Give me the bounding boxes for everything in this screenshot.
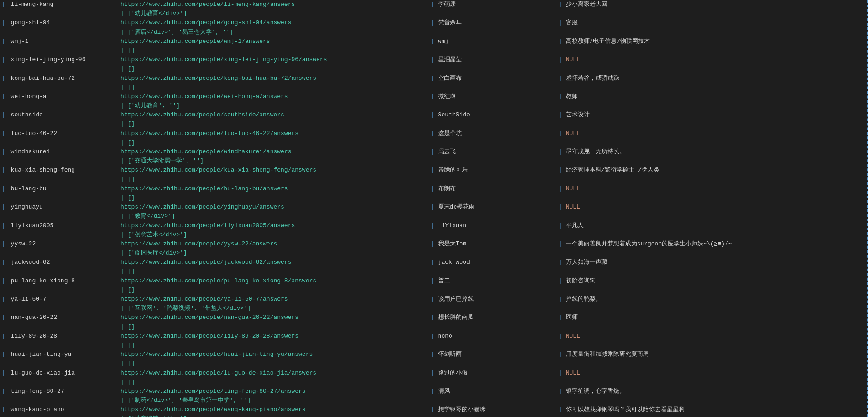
col2-extra-line: | ['幼儿教育', ''] <box>0 101 868 110</box>
col2-extra-line: | ['交通大学附属中学', ''] <box>0 156 868 166</box>
col-url[interactable]: https://www.zhihu.com/people/lily-89-20-… <box>119 332 429 341</box>
col2-extra-line: | [] <box>0 378 868 387</box>
table-row: | bu-lang-buhttps://www.zhihu.com/people… <box>0 184 868 203</box>
col-username: | bu-lang-bu <box>0 184 119 193</box>
col-url[interactable]: https://www.zhihu.com/people/pu-lang-ke-… <box>119 276 429 286</box>
table-row: | ting-feng-80-27https://www.zhihu.com/p… <box>0 387 868 405</box>
col-url[interactable]: https://www.zhihu.com/people/luo-tuo-46-… <box>119 129 429 138</box>
col-extra: | [] <box>119 323 429 332</box>
col2-extra-line: | ['酒店</div>', '易三仓大学', ''] <box>0 28 868 37</box>
col-url[interactable]: https://www.zhihu.com/people/southside/a… <box>119 110 429 120</box>
col-url[interactable]: https://www.zhihu.com/people/lu-guo-de-x… <box>119 369 429 378</box>
data-table: | li-meng-kanghttps://www.zhihu.com/peop… <box>0 0 868 417</box>
col-bio: | NULL <box>557 369 868 378</box>
col-username: | huai-jian-ting-yu <box>0 350 119 359</box>
col2-extra-line: | [] <box>0 46 868 55</box>
col-name: | 清风 <box>429 387 557 396</box>
table-row: | wei-hong-ahttps://www.zhihu.com/people… <box>0 92 868 110</box>
col-extra: | [] <box>119 138 429 147</box>
col-bio: | NULL <box>557 332 868 341</box>
col-bio: | 艺术设计 <box>557 110 868 120</box>
table-row: | kong-bai-hua-bu-72https://www.zhihu.co… <box>0 74 868 92</box>
col-url[interactable]: https://www.zhihu.com/people/yysw-22/ans… <box>119 240 429 249</box>
col-extra: | ['教育</div>'] <box>119 212 429 221</box>
col-bio: | 少小离家老大回 <box>557 0 868 9</box>
col-extra: | ['交通大学附属中学', ''] <box>119 156 429 166</box>
col2-extra-line: | ['创意艺术</div>'] <box>0 230 868 240</box>
col-name: | 李萌康 <box>429 0 557 9</box>
col-name: | 梵音余耳 <box>429 18 557 27</box>
col2-extra-line: | ['制药</div>', '秦皇岛市第一中学', ''] <box>0 396 868 405</box>
table-row: | huai-jian-ting-yuhttps://www.zhihu.com… <box>0 350 868 368</box>
col-url[interactable]: https://www.zhihu.com/people/kua-xia-she… <box>119 166 429 175</box>
col-username: | wei-hong-a <box>0 92 119 101</box>
col-name: | 微红啊 <box>429 92 557 101</box>
col-username: | xing-lei-jing-ying-96 <box>0 55 119 64</box>
col-name: | 夏末de樱花雨 <box>429 203 557 212</box>
col-bio: | 墨守成规、无所特长。 <box>557 147 868 156</box>
col-url[interactable]: https://www.zhihu.com/people/wei-hong-a/… <box>119 92 429 101</box>
col-username: | ya-li-60-7 <box>0 295 119 304</box>
col-bio: | 银字笙调，心字香烧。 <box>557 387 868 396</box>
col-url[interactable]: https://www.zhihu.com/people/ting-feng-8… <box>119 387 429 396</box>
col-name: | 怀剑听雨 <box>429 350 557 359</box>
col2-extra-line: | [] <box>0 138 868 147</box>
col2-extra-line: | [] <box>0 267 868 276</box>
col-username: | lily-89-20-28 <box>0 332 119 341</box>
table-row: | wang-kang-pianohttps://www.zhihu.com/p… <box>0 405 868 417</box>
col-extra: | [] <box>119 64 429 73</box>
col-url[interactable]: https://www.zhihu.com/people/kong-bai-hu… <box>119 74 429 83</box>
col-url[interactable]: https://www.zhihu.com/people/wmj-1/answe… <box>119 37 429 46</box>
col-url[interactable]: https://www.zhihu.com/people/huai-jian-t… <box>119 350 429 359</box>
col-name: | 我是大Tom <box>429 240 557 249</box>
table-row: | nan-gua-26-22https://www.zhihu.com/peo… <box>0 313 868 331</box>
col-url[interactable]: https://www.zhihu.com/people/liyixuan200… <box>119 221 429 230</box>
col-extra: | ['地产建筑</div>'] <box>119 414 429 417</box>
table-row: | liyixuan2005https://www.zhihu.com/peop… <box>0 221 868 240</box>
col-username: | yinghuayu <box>0 203 119 212</box>
col-username: | li-meng-kang <box>0 0 119 9</box>
col-name: | SouthSide <box>429 110 557 120</box>
col-url[interactable]: https://www.zhihu.com/people/yinghuayu/a… <box>119 203 429 212</box>
col-bio: | 高校教师/电子信息/物联网技术 <box>557 37 868 46</box>
col-name: | jack wood <box>429 258 557 267</box>
col-name: | 空白画布 <box>429 74 557 83</box>
col2-extra-line: | [] <box>0 120 868 129</box>
col-url[interactable]: https://www.zhihu.com/people/gong-shi-94… <box>119 18 429 27</box>
col-extra: | [] <box>119 120 429 129</box>
col-bio: | 平凡人 <box>557 221 868 230</box>
col-extra: | [] <box>119 83 429 92</box>
col-username: | southside <box>0 110 119 120</box>
col-url[interactable]: https://www.zhihu.com/people/xing-lei-ji… <box>119 55 429 64</box>
col-bio: | 万人如海一声藏 <box>557 258 868 267</box>
col-url[interactable]: https://www.zhihu.com/people/li-meng-kan… <box>119 0 429 9</box>
col-name: | 冯云飞 <box>429 147 557 156</box>
col-url[interactable]: https://www.zhihu.com/people/windhakurei… <box>119 147 429 156</box>
col-url[interactable]: https://www.zhihu.com/people/wang-kang-p… <box>119 405 429 414</box>
col2-extra-line: | [] <box>0 286 868 295</box>
col-username: | ting-feng-80-27 <box>0 387 119 396</box>
col-extra: | [] <box>119 286 429 295</box>
col-username: | windhakurei <box>0 147 119 156</box>
col-bio: | 医师 <box>557 313 868 322</box>
col2-extra-line: | ['教育</div>'] <box>0 212 868 221</box>
col-url[interactable]: https://www.zhihu.com/people/jackwood-62… <box>119 258 429 267</box>
col2-extra-line: | ['临床医疗</div>'] <box>0 249 868 258</box>
col-extra: | ['互联网', '鸭梨视频', '带盐人</div>'] <box>119 304 429 313</box>
col-url[interactable]: https://www.zhihu.com/people/nan-gua-26-… <box>119 313 429 322</box>
col-bio: | NULL <box>557 184 868 193</box>
col2-extra-line: | [] <box>0 323 868 332</box>
col-bio: | 用度量衡和加减乘除研究夏商周 <box>557 350 868 359</box>
col-url[interactable]: https://www.zhihu.com/people/bu-lang-bu/… <box>119 184 429 193</box>
col-bio: | NULL <box>557 129 868 138</box>
col-bio: | 你可以教我弹钢琴吗？我可以陪你去看星星啊 <box>557 405 868 414</box>
table-row: | yinghuayuhttps://www.zhihu.com/people/… <box>0 203 868 221</box>
col-bio: | 初阶咨询狗 <box>557 276 868 286</box>
col-bio: | 客服 <box>557 18 868 27</box>
table-row: | wmj-1https://www.zhihu.com/people/wmj-… <box>0 37 868 55</box>
col2-extra-line: | [] <box>0 193 868 203</box>
col-extra: | ['幼儿教育</div>'] <box>119 9 429 18</box>
col-url[interactable]: https://www.zhihu.com/people/ya-li-60-7/… <box>119 295 429 304</box>
col-username: | kong-bai-hua-bu-72 <box>0 74 119 83</box>
col-extra: | [] <box>119 378 429 387</box>
